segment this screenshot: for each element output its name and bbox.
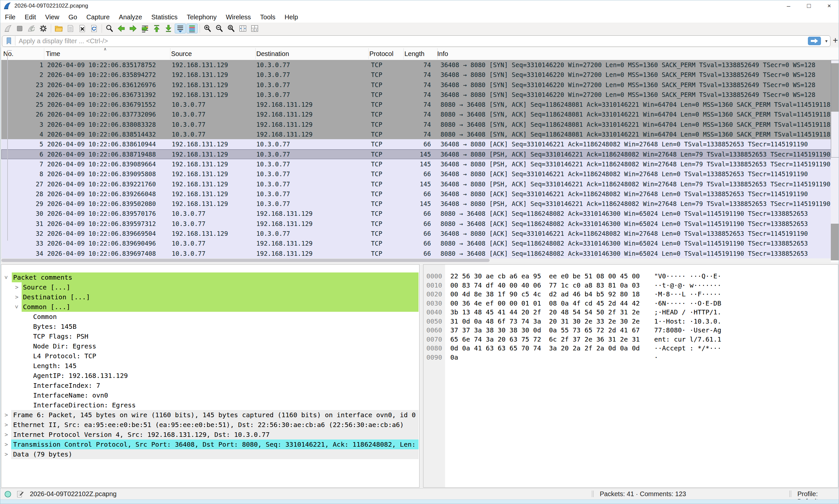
capture-stop-button[interactable]	[14, 23, 25, 33]
resize-columns-button[interactable]	[237, 23, 248, 33]
detail-row[interactable]: >Transmission Control Protocol, Src Port…	[1, 439, 419, 449]
detail-row[interactable]: >Internet Protocol Version 4, Src: 192.1…	[1, 430, 419, 439]
detail-row[interactable]: >Destination [...]	[1, 292, 419, 302]
scrollbar-thumb[interactable]	[1, 259, 490, 262]
column-header-time[interactable]: Time	[46, 50, 60, 58]
packet-row[interactable]: 232026-04-09 10:22:06.836126976192.168.1…	[1, 80, 839, 90]
detail-row[interactable]: >Frame 6: Packet, 145 bytes on wire (116…	[1, 410, 419, 420]
zoom-in-button[interactable]	[202, 23, 213, 33]
hex-line[interactable]: 007065 6e 74 3a 20 63 75 72 6c 2f 37 2e …	[423, 335, 838, 344]
detail-row[interactable]: InterfaceIndex: 7	[1, 380, 419, 390]
detail-row[interactable]: Bytes: 145B	[1, 322, 419, 331]
expander-closed-icon[interactable]: >	[5, 430, 8, 439]
packet-row[interactable]: 62026-04-09 10:22:06.838719488192.168.13…	[1, 149, 839, 159]
maximize-button[interactable]: □	[799, 0, 819, 12]
scrollbar-thumb[interactable]	[831, 60, 839, 158]
packet-row[interactable]: 12026-04-09 10:22:06.835178752192.168.13…	[1, 60, 839, 70]
packet-row[interactable]: 82026-04-09 10:22:06.839095808192.168.13…	[1, 169, 839, 179]
go-first-button[interactable]	[151, 23, 162, 33]
packet-row[interactable]: 242026-04-09 10:22:06.836731392192.168.1…	[1, 90, 839, 100]
packet-row[interactable]: 292026-04-09 10:22:06.839502080192.168.1…	[1, 199, 839, 209]
menu-item-tools[interactable]: Tools	[256, 12, 280, 23]
filter-bookmark-button[interactable]	[3, 36, 15, 46]
expander-closed-icon[interactable]: >	[5, 410, 8, 420]
detail-row[interactable]: InterfaceName: ovn0	[1, 390, 419, 400]
colorize-toggle[interactable]	[187, 23, 198, 33]
hex-line[interactable]: 00900a·	[423, 353, 838, 362]
menu-item-capture[interactable]: Capture	[82, 12, 114, 23]
file-save-button[interactable]	[65, 23, 76, 33]
packet-row[interactable]: 332026-04-09 10:22:06.83969049610.3.0.77…	[1, 238, 839, 248]
capture-start-button[interactable]	[2, 23, 14, 33]
detail-row[interactable]: >Data (79 bytes)	[1, 449, 419, 459]
column-header-protocol[interactable]: Protocol	[369, 50, 393, 58]
detail-row[interactable]: InterfaceDirection: Egress	[1, 400, 419, 410]
expander-closed-icon[interactable]: >	[15, 292, 18, 302]
detail-row[interactable]: Common	[1, 312, 419, 322]
display-filter-input[interactable]	[18, 36, 793, 46]
column-separator[interactable]	[368, 48, 369, 59]
packet-row[interactable]: 342026-04-09 10:22:06.83969740810.3.0.77…	[1, 249, 839, 258]
expander-closed-icon[interactable]: >	[15, 282, 18, 292]
file-open-button[interactable]	[53, 23, 64, 33]
column-separator[interactable]	[170, 48, 171, 59]
menu-item-help[interactable]: Help	[280, 12, 302, 23]
go-forward-button[interactable]	[127, 23, 139, 33]
hex-line[interactable]: 001000 83 74 df 40 00 40 06 77 1c c0 a8 …	[423, 281, 838, 290]
hex-line[interactable]: 003000 36 4e ef 00 00 01 01 08 0a 4f cd …	[423, 299, 838, 308]
detail-row[interactable]: TCP Flags: PSH	[1, 331, 419, 341]
filter-dropdown-chevron[interactable]: ▾	[825, 38, 827, 43]
go-last-button[interactable]	[163, 23, 174, 33]
file-close-button[interactable]	[77, 23, 88, 33]
go-back-button[interactable]	[116, 23, 127, 33]
hex-line[interactable]: 00403b 13 48 45 41 44 20 2f 20 48 54 54 …	[423, 308, 838, 317]
packet-row[interactable]: 22026-04-09 10:22:06.835894272192.168.13…	[1, 70, 839, 79]
expander-closed-icon[interactable]: >	[5, 420, 8, 430]
packet-row[interactable]: 52026-04-09 10:22:06.838610944192.168.13…	[1, 139, 839, 149]
menu-item-view[interactable]: View	[41, 12, 64, 23]
expander-closed-icon[interactable]: >	[5, 439, 8, 449]
menu-item-go[interactable]: Go	[64, 12, 82, 23]
file-reload-button[interactable]	[88, 23, 100, 33]
packet-row[interactable]: 302026-04-09 10:22:06.83957017610.3.0.77…	[1, 209, 839, 218]
hex-line[interactable]: 006037 37 3a 38 30 38 30 0d 0a 55 73 65 …	[423, 326, 838, 335]
column-header-no[interactable]: No.	[3, 50, 14, 58]
packet-row[interactable]: 282026-04-09 10:22:06.839266048192.168.1…	[1, 189, 839, 199]
menu-item-statistics[interactable]: Statistics	[147, 12, 182, 23]
hex-line[interactable]: 00800d 0a 41 63 63 65 70 74 3a 20 2a 2f …	[423, 344, 838, 353]
menu-item-edit[interactable]: Edit	[20, 12, 40, 23]
hex-line[interactable]: 005031 0d 0a 48 6f 73 74 3a 20 31 30 2e …	[423, 317, 838, 326]
menu-item-wireless[interactable]: Wireless	[221, 12, 256, 23]
packet-list-vertical-scrollbar[interactable]	[831, 60, 839, 258]
column-header-destination[interactable]: Destination	[256, 50, 289, 58]
capture-options-button[interactable]	[38, 23, 49, 33]
column-separator[interactable]	[44, 48, 44, 59]
show-columns-button[interactable]: 123	[249, 23, 260, 33]
packet-row[interactable]: 272026-04-09 10:22:06.839221760192.168.1…	[1, 179, 839, 189]
column-header-length[interactable]: Length	[404, 50, 424, 58]
add-filter-button[interactable]: +	[832, 35, 839, 46]
capture-comment-icon[interactable]	[16, 490, 24, 498]
hex-line[interactable]: 000022 56 30 ae cb a6 ea 95 ee e0 be 51 …	[423, 272, 838, 281]
detail-row[interactable]: >Common [...]	[1, 302, 419, 312]
column-separator[interactable]	[403, 48, 404, 59]
apply-filter-button[interactable]	[808, 37, 821, 45]
minimize-button[interactable]: –	[779, 0, 799, 12]
close-button[interactable]: ×	[819, 0, 839, 12]
menu-item-telephony[interactable]: Telephony	[182, 12, 221, 23]
packet-list-horizontal-scrollbar[interactable]	[1, 258, 831, 262]
expander-closed-icon[interactable]: >	[5, 449, 8, 459]
packet-row[interactable]: 32026-04-09 10:22:06.83808332810.3.0.771…	[1, 120, 839, 129]
detail-row[interactable]: Length: 145	[1, 361, 419, 371]
detail-row[interactable]: AgentIP: 192.168.131.129	[1, 371, 419, 380]
detail-row[interactable]: Node Dir: Egress	[1, 341, 419, 351]
menu-item-file[interactable]: File	[0, 12, 20, 23]
packet-row[interactable]: 312026-04-09 10:22:06.83959731210.3.0.77…	[1, 219, 839, 229]
detail-row[interactable]: >Packet comments	[1, 272, 419, 282]
zoom-out-button[interactable]	[214, 23, 225, 33]
expander-open-icon[interactable]: >	[1, 276, 11, 279]
column-separator[interactable]	[255, 48, 256, 59]
packet-row[interactable]: 262026-04-09 10:22:06.83773209610.3.0.77…	[1, 109, 839, 119]
packet-row[interactable]: 322026-04-09 10:22:06.839669504192.168.1…	[1, 229, 839, 238]
packet-row[interactable]: 42026-04-09 10:22:06.83851443210.3.0.771…	[1, 129, 839, 139]
